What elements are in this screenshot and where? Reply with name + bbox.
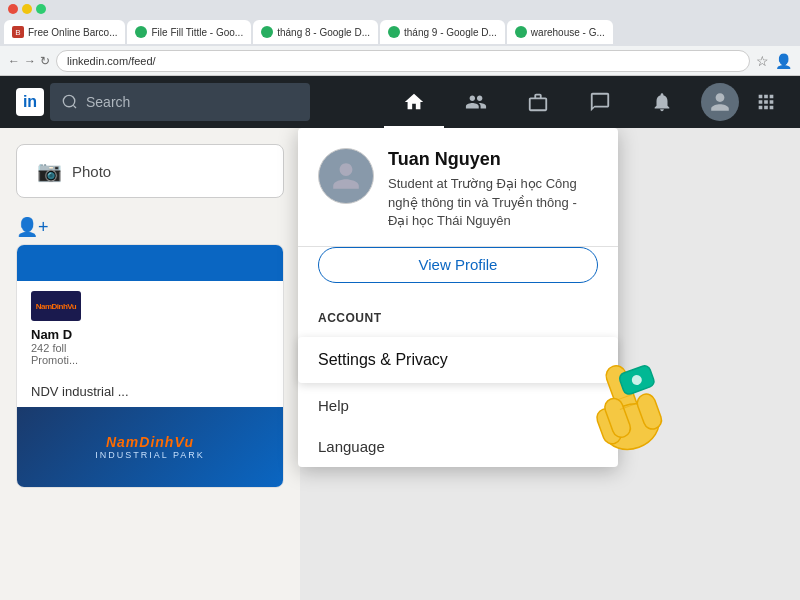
- company-card-header: [17, 245, 283, 281]
- profile-section: Tuan Nguyen Student at Trường Đại học Cô…: [298, 128, 618, 247]
- nav-icons: [384, 76, 784, 128]
- main-content: 📷 Photo 👤+ NamDinhVu Nam D 242 foll Prom…: [0, 128, 800, 600]
- left-panel: 📷 Photo 👤+ NamDinhVu Nam D 242 foll Prom…: [0, 128, 300, 600]
- settings-privacy-item[interactable]: Settings & Privacy: [298, 337, 618, 383]
- company-card: NamDinhVu Nam D 242 foll Promoti... NDV …: [16, 244, 284, 488]
- avatar-person-icon: [330, 160, 362, 192]
- barcode-tab-icon: B: [12, 26, 24, 38]
- add-people-btn[interactable]: 👤+: [16, 210, 284, 244]
- company-bottom-banner: NamDinhVu INDUSTRIAL PARK: [17, 407, 283, 487]
- drive-tab-icon-1: [135, 26, 147, 38]
- ndv-sub-text: INDUSTRIAL PARK: [95, 450, 205, 460]
- company-followers: 242 foll: [31, 342, 269, 354]
- search-icon: [62, 94, 78, 110]
- search-bar[interactable]: Search: [50, 83, 310, 121]
- drive-tab-icon-4: [515, 26, 527, 38]
- address-bar: ← → ↻ linkedin.com/feed/ ☆ 👤: [0, 46, 800, 76]
- account-label: ACCOUNT: [318, 311, 598, 325]
- add-person-icon: 👤+: [16, 216, 49, 238]
- jobs-nav-btn[interactable]: [508, 76, 568, 128]
- profile-avatar: [318, 148, 374, 204]
- browser-tab-barcode[interactable]: B Free Online Barco...: [4, 20, 125, 44]
- people-icon: [465, 91, 487, 113]
- profile-icon[interactable]: 👤: [775, 53, 792, 69]
- briefcase-icon: [527, 91, 549, 113]
- photo-label: Photo: [72, 163, 111, 180]
- browser-tab-file[interactable]: File Fill Tittle - Goo...: [127, 20, 251, 44]
- drive-tab-icon-3: [388, 26, 400, 38]
- refresh-btn[interactable]: ↻: [40, 54, 50, 68]
- camera-icon: 📷: [37, 159, 62, 183]
- linkedin-logo: in: [16, 88, 44, 116]
- browser-tab-warehouse[interactable]: warehouse - G...: [507, 20, 613, 44]
- browser-tab-bar: B Free Online Barco... File Fill Tittle …: [0, 18, 800, 46]
- search-placeholder: Search: [86, 94, 130, 110]
- profile-info: Tuan Nguyen Student at Trường Đại học Cô…: [388, 148, 598, 230]
- address-input[interactable]: linkedin.com/feed/: [56, 50, 750, 72]
- me-nav-btn[interactable]: [694, 76, 746, 128]
- browser-tab-thang9[interactable]: tháng 9 - Google D...: [380, 20, 505, 44]
- account-section: ACCOUNT: [298, 299, 618, 337]
- grid-icon: [755, 91, 777, 113]
- browser-tab-thang8[interactable]: tháng 8 - Google D...: [253, 20, 378, 44]
- profile-title: Student at Trường Đại học Công nghệ thôn…: [388, 175, 598, 230]
- message-icon: [589, 91, 611, 113]
- browser-chrome: [0, 0, 800, 18]
- back-btn[interactable]: ←: [8, 54, 20, 68]
- company-card-body: NamDinhVu Nam D 242 foll Promoti...: [17, 281, 283, 376]
- bookmark-icon[interactable]: ☆: [756, 53, 769, 69]
- messages-nav-btn[interactable]: [570, 76, 630, 128]
- help-item[interactable]: Help: [298, 385, 618, 426]
- linkedin-navbar: in Search: [0, 76, 800, 128]
- notifications-nav-btn[interactable]: [632, 76, 692, 128]
- photo-button[interactable]: 📷 Photo: [16, 144, 284, 198]
- language-item[interactable]: Language: [298, 426, 618, 467]
- user-avatar: [701, 83, 739, 121]
- home-icon: [403, 91, 425, 113]
- company-promote: Promoti...: [31, 354, 269, 366]
- home-nav-btn[interactable]: [384, 76, 444, 128]
- person-icon: [709, 91, 731, 113]
- forward-btn[interactable]: →: [24, 54, 36, 68]
- company-logo: NamDinhVu: [31, 291, 81, 321]
- network-nav-btn[interactable]: [446, 76, 506, 128]
- dropdown-menu: Tuan Nguyen Student at Trường Đại học Cô…: [298, 128, 618, 467]
- profile-name: Tuan Nguyen: [388, 148, 598, 171]
- view-profile-button[interactable]: View Profile: [318, 247, 598, 283]
- drive-tab-icon-2: [261, 26, 273, 38]
- company-ndv-text: NDV industrial ...: [17, 376, 283, 407]
- bell-icon: [651, 91, 673, 113]
- apps-nav-btn[interactable]: [748, 84, 784, 120]
- company-name: Nam D: [31, 327, 269, 342]
- ndv-logo: NamDinhVu: [95, 434, 205, 450]
